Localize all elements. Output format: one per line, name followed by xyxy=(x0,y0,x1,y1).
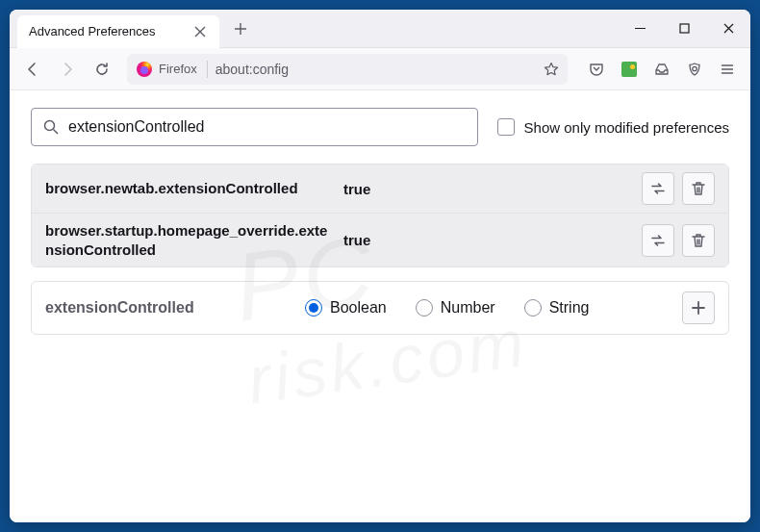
radio-label: String xyxy=(549,299,590,317)
checkbox-label: Show only modified preferences xyxy=(524,119,729,136)
new-tab-button[interactable] xyxy=(227,15,254,42)
extension-icon[interactable] xyxy=(614,54,645,85)
close-tab-icon[interactable] xyxy=(192,24,208,39)
firefox-logo-icon xyxy=(136,61,153,78)
window-controls xyxy=(618,10,750,47)
inbox-icon[interactable] xyxy=(646,54,677,85)
pref-row[interactable]: browser.startup.homepage_override.extens… xyxy=(32,213,728,266)
menu-button[interactable] xyxy=(712,54,743,85)
toggle-icon xyxy=(649,180,667,197)
trash-icon xyxy=(690,180,707,197)
delete-button[interactable] xyxy=(682,172,715,205)
back-button[interactable] xyxy=(17,54,48,85)
prefs-table: browser.newtab.extensionControlled true … xyxy=(31,164,729,267)
maximize-button[interactable] xyxy=(662,10,706,47)
radio-icon xyxy=(305,299,322,317)
bookmark-star-icon[interactable] xyxy=(544,62,559,77)
search-row: Show only modified preferences xyxy=(31,108,729,146)
new-pref-row: extensionControlled Boolean Number Strin… xyxy=(31,281,729,335)
radio-label: Number xyxy=(441,299,495,317)
pref-name: browser.startup.homepage_override.extens… xyxy=(45,221,334,259)
radio-number[interactable]: Number xyxy=(416,299,495,317)
modified-only-checkbox[interactable]: Show only modified preferences xyxy=(497,118,729,136)
toggle-icon xyxy=(649,232,667,249)
tab-title: Advanced Preferences xyxy=(29,24,192,38)
new-pref-name: extensionControlled xyxy=(45,299,295,317)
radio-icon xyxy=(416,299,433,317)
delete-button[interactable] xyxy=(682,224,715,257)
minimize-button[interactable] xyxy=(618,10,662,47)
forward-button[interactable] xyxy=(52,54,83,85)
svg-point-2 xyxy=(140,66,148,74)
shield-icon[interactable] xyxy=(679,54,710,85)
radio-string[interactable]: String xyxy=(524,299,590,317)
close-window-button[interactable] xyxy=(706,10,750,47)
browser-window: Advanced Preferences xyxy=(10,10,750,522)
pref-value: true xyxy=(343,232,632,248)
search-icon xyxy=(43,119,59,135)
toggle-button[interactable] xyxy=(642,172,674,205)
radio-boolean[interactable]: Boolean xyxy=(305,299,387,317)
svg-point-3 xyxy=(693,66,697,70)
pref-name: browser.newtab.extensionControlled xyxy=(45,179,334,198)
pref-value: true xyxy=(343,181,632,197)
reload-button[interactable] xyxy=(87,54,117,85)
pref-search-box[interactable] xyxy=(31,108,478,146)
url-bar[interactable]: Firefox about:config xyxy=(127,54,568,85)
navigation-toolbar: Firefox about:config xyxy=(10,48,750,90)
titlebar: Advanced Preferences xyxy=(10,10,750,48)
radio-label: Boolean xyxy=(330,299,387,317)
svg-rect-0 xyxy=(680,24,689,33)
checkbox-icon xyxy=(497,118,515,136)
pref-row[interactable]: browser.newtab.extensionControlled true xyxy=(32,165,728,213)
identity-label: Firefox xyxy=(159,62,197,76)
svg-point-4 xyxy=(45,121,55,131)
browser-tab[interactable]: Advanced Preferences xyxy=(17,15,219,48)
url-text: about:config xyxy=(215,62,536,77)
about-config-content: PC risk.com Show only modified preferenc… xyxy=(10,90,750,522)
pocket-icon[interactable] xyxy=(581,54,612,85)
pref-search-input[interactable] xyxy=(68,118,466,136)
plus-icon xyxy=(690,299,707,317)
add-pref-button[interactable] xyxy=(682,291,715,324)
toggle-button[interactable] xyxy=(642,224,674,257)
identity-box[interactable]: Firefox xyxy=(136,61,208,78)
trash-icon xyxy=(690,232,707,249)
type-radio-group: Boolean Number String xyxy=(305,299,672,317)
radio-icon xyxy=(524,299,542,317)
